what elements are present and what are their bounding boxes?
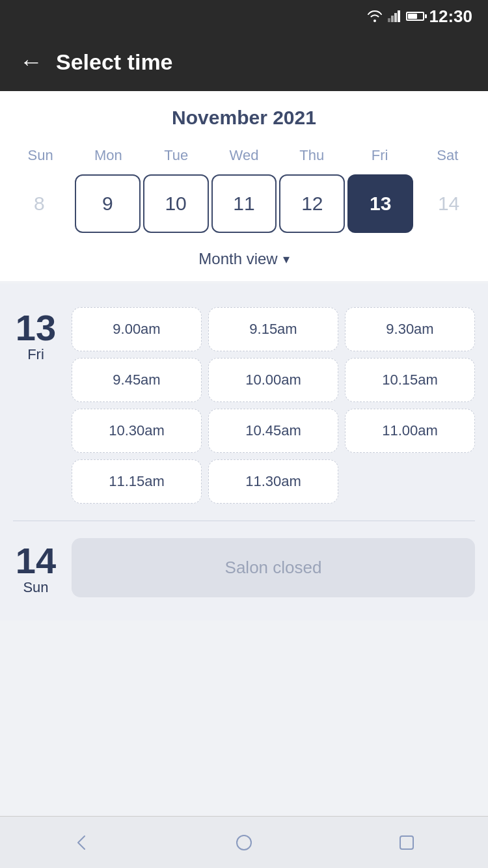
wifi-icon: [367, 10, 383, 22]
svg-rect-2: [394, 13, 397, 22]
day-header-fri: Fri: [346, 142, 413, 169]
time-slot-915am[interactable]: 9.15am: [208, 307, 338, 351]
month-title: November 2021: [0, 107, 488, 129]
day-14-block: 14 Sun Salon closed: [13, 528, 475, 608]
date-cell-8[interactable]: 8: [7, 174, 72, 233]
salon-closed-banner: Salon closed: [72, 538, 475, 597]
day-14-label: 14 Sun: [13, 540, 59, 596]
svg-rect-0: [388, 18, 390, 22]
date-cell-12[interactable]: 12: [279, 174, 345, 233]
page-title: Select time: [56, 49, 173, 75]
time-slot-945am[interactable]: 9.45am: [72, 358, 202, 402]
day-header-wed: Wed: [210, 142, 278, 169]
back-nav-button[interactable]: [65, 826, 98, 859]
svg-rect-1: [391, 16, 394, 22]
time-slot-1045am[interactable]: 10.45am: [208, 409, 338, 453]
day-header-sun: Sun: [7, 142, 74, 169]
home-nav-button[interactable]: [228, 826, 260, 859]
chevron-down-icon: ▾: [283, 251, 290, 267]
time-slot-1100am[interactable]: 11.00am: [345, 409, 475, 453]
date-cell-11[interactable]: 11: [211, 174, 277, 233]
back-button[interactable]: ←: [20, 50, 43, 74]
day-13-name: Fri: [27, 346, 44, 363]
recents-nav-button[interactable]: [390, 826, 423, 859]
time-slot-1130am[interactable]: 11.30am: [208, 459, 338, 504]
time-section: 13 Fri 9.00am 9.15am 9.30am 9.45am 10.00…: [0, 284, 488, 621]
day-headers: Sun Mon Tue Wed Thu Fri Sat: [0, 142, 488, 169]
section-divider: [13, 521, 475, 521]
time-slot-900am[interactable]: 9.00am: [72, 307, 202, 351]
app-header: ← Select time: [0, 33, 488, 91]
svg-rect-5: [400, 836, 413, 849]
day-13-label: 13 Fri: [13, 307, 59, 504]
time-slot-930am[interactable]: 9.30am: [345, 307, 475, 351]
day-header-thu: Thu: [278, 142, 346, 169]
time-slot-1115am[interactable]: 11.15am: [72, 459, 202, 504]
svg-rect-3: [398, 10, 400, 22]
status-bar: 12:30: [0, 0, 488, 33]
day-14-name: Sun: [23, 579, 48, 596]
calendar-section: November 2021 Sun Mon Tue Wed Thu Fri Sa…: [0, 91, 488, 281]
month-view-label: Month view: [198, 250, 277, 268]
date-cell-14[interactable]: 14: [416, 174, 481, 233]
date-cell-10[interactable]: 10: [143, 174, 209, 233]
svg-point-4: [237, 835, 251, 850]
day-13-number: 13: [16, 310, 56, 346]
month-view-toggle[interactable]: Month view ▾: [0, 243, 488, 281]
date-cell-13[interactable]: 13: [347, 174, 413, 233]
time-slot-1030am[interactable]: 10.30am: [72, 409, 202, 453]
day-13-time-grid: 9.00am 9.15am 9.30am 9.45am 10.00am 10.1…: [72, 307, 475, 504]
status-icons: 12:30: [367, 7, 473, 27]
day-13-block: 13 Fri 9.00am 9.15am 9.30am 9.45am 10.00…: [13, 297, 475, 514]
date-row: 8 9 10 11 12 13 14: [0, 169, 488, 243]
signal-icon: [388, 10, 401, 22]
date-cell-9[interactable]: 9: [75, 174, 141, 233]
status-time: 12:30: [429, 7, 473, 27]
time-slot-1000am[interactable]: 10.00am: [208, 358, 338, 402]
day-header-sat: Sat: [414, 142, 481, 169]
day-header-mon: Mon: [74, 142, 142, 169]
day-header-tue: Tue: [142, 142, 210, 169]
time-slot-1015am[interactable]: 10.15am: [345, 358, 475, 402]
day-14-number: 14: [16, 543, 56, 579]
bottom-nav: [0, 816, 488, 868]
battery-icon: [406, 12, 424, 21]
